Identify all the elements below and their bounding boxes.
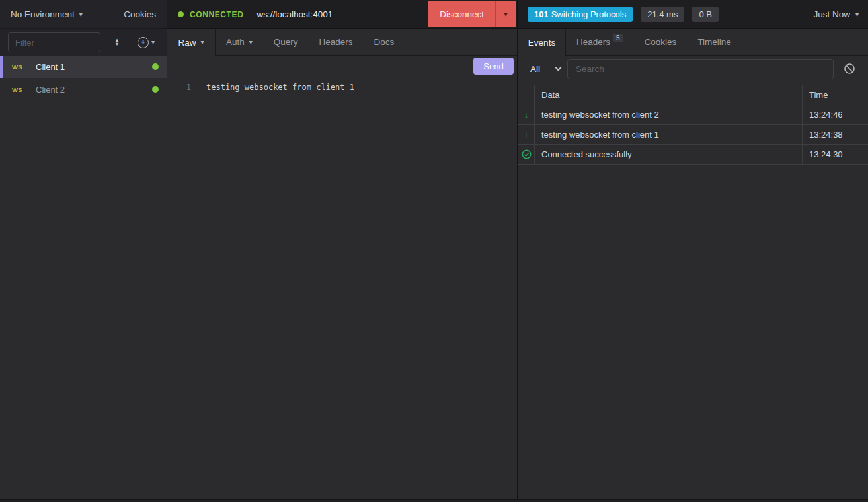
recency-label: Just Now (813, 9, 850, 19)
duration-badge: 21.4 ms (641, 7, 684, 22)
event-time: 13:24:30 (803, 145, 868, 164)
tab-response-headers[interactable]: Headers 5 (566, 29, 634, 55)
tab-events-label: Events (528, 38, 555, 48)
sidebar-filter-row: ▲ ▼ + ▾ (0, 29, 167, 56)
response-tabs-rest: Headers 5 Cookies Timeline (566, 29, 868, 56)
event-data: testing websocket from client 1 (535, 125, 803, 144)
websocket-url[interactable]: ws://localhost:4001 (256, 9, 333, 19)
tab-docs[interactable]: Docs (364, 29, 405, 55)
check-circle-icon (522, 149, 532, 159)
caret-down-icon: ▾ (249, 39, 253, 46)
event-data: testing websocket from client 2 (535, 105, 803, 124)
connected-dot-icon (152, 86, 159, 93)
request-list: WS Client 1 WS Client 2 (0, 56, 167, 499)
tab-query-label: Query (274, 37, 298, 47)
sort-button[interactable]: ▲ ▼ (106, 38, 128, 46)
events-filter-row: All (518, 56, 868, 82)
tab-raw-label: Raw (178, 38, 196, 48)
connected-dot-icon (152, 63, 159, 70)
time-column-header: Time (803, 85, 868, 105)
event-icon-cell: ↓ (518, 105, 535, 124)
send-button[interactable]: Send (473, 58, 514, 75)
tab-events[interactable]: Events (518, 29, 566, 56)
event-time: 13:24:46 (803, 105, 868, 124)
ws-method-tag: WS (12, 63, 29, 71)
sidebar: No Environment ▾ Cookies ▲ ▼ + ▾ WS Clie… (0, 0, 167, 499)
tab-response-cookies-label: Cookies (645, 37, 677, 47)
status-code: 101 (534, 9, 549, 19)
sidebar-item-client-1[interactable]: WS Client 1 (0, 56, 167, 78)
sidebar-item-client-2[interactable]: WS Client 2 (0, 78, 167, 101)
icon-column-header (518, 85, 535, 105)
disconnect-dropdown-button[interactable]: ▾ (495, 1, 516, 27)
tab-timeline-label: Timeline (697, 37, 731, 47)
cookies-button[interactable]: Cookies (124, 9, 156, 19)
response-panel: 101Switching Protocols 21.4 ms 0 B Just … (518, 0, 868, 499)
ban-icon (844, 63, 855, 75)
tab-timeline[interactable]: Timeline (687, 29, 742, 55)
sort-down-icon: ▼ (114, 42, 119, 46)
event-row-sent[interactable]: ↑ testing websocket from client 1 13:24:… (518, 125, 868, 145)
disconnect-button[interactable]: Disconnect (428, 1, 495, 27)
environment-dropdown[interactable]: No Environment ▾ (11, 9, 83, 19)
tab-response-cookies[interactable]: Cookies (634, 29, 688, 55)
request-panel: CONNECTED ws://localhost:4001 Disconnect… (167, 0, 518, 499)
tab-headers-label: Headers (319, 37, 353, 47)
editor-line: 1 testing websocket from client 1 (167, 82, 517, 93)
editor-line-text: testing websocket from client 1 (191, 82, 354, 93)
environment-label: No Environment (11, 9, 75, 19)
response-tab-bar: Events Headers 5 Cookies Timeline (518, 29, 868, 56)
caret-down-icon: ▾ (151, 39, 155, 46)
response-history-dropdown[interactable]: Just Now ▾ (813, 9, 859, 19)
caret-down-icon: ▾ (504, 11, 507, 18)
tab-auth-label: Auth (226, 37, 245, 47)
event-type-select[interactable]: All (528, 64, 561, 74)
tab-raw[interactable]: Raw ▾ (167, 29, 216, 56)
event-data: Connected successfully (535, 145, 803, 164)
arrow-up-icon: ↑ (524, 130, 529, 140)
events-search-input[interactable] (567, 59, 834, 79)
disconnect-label: Disconnect (440, 9, 484, 19)
response-status-bar: 101Switching Protocols 21.4 ms 0 B Just … (518, 0, 868, 29)
tab-docs-label: Docs (374, 37, 395, 47)
chevron-down-icon (555, 64, 562, 71)
data-column-header: Data (535, 85, 803, 105)
line-number: 1 (167, 82, 191, 93)
message-editor[interactable]: 1 testing websocket from client 1 (167, 77, 517, 499)
url-bar: CONNECTED ws://localhost:4001 Disconnect… (167, 0, 517, 29)
disconnect-split-button: Disconnect ▾ (428, 1, 516, 27)
tab-headers[interactable]: Headers (309, 29, 364, 55)
caret-down-icon: ▾ (200, 39, 204, 46)
event-time: 13:24:38 (803, 125, 868, 144)
caret-down-icon: ▾ (79, 11, 83, 18)
event-row-connected[interactable]: Connected successfully 13:24:30 (518, 145, 868, 165)
event-icon-cell: ↑ (518, 125, 535, 144)
tab-query[interactable]: Query (263, 29, 309, 55)
event-icon-cell (518, 145, 535, 164)
tab-auth[interactable]: Auth ▾ (216, 29, 263, 55)
filter-input[interactable] (8, 32, 100, 52)
event-row-received[interactable]: ↓ testing websocket from client 2 13:24:… (518, 105, 868, 125)
window-bottom-strip (0, 499, 868, 502)
sidebar-top: No Environment ▾ Cookies ▲ ▼ + ▾ (0, 0, 167, 56)
events-table: Data Time ↓ testing websocket from clien… (518, 85, 868, 165)
connection-status-dot-icon (178, 11, 184, 17)
ws-method-tag: WS (12, 86, 29, 93)
status-text: Switching Protocols (551, 9, 626, 19)
event-type-value: All (530, 64, 540, 74)
websocket-client-app: { "icons": { "caret_down": "▾", "triangl… (0, 0, 868, 502)
status-code-badge: 101Switching Protocols (528, 7, 633, 22)
tab-response-headers-label: Headers (576, 37, 610, 47)
request-name: Client 1 (29, 62, 152, 72)
size-badge: 0 B (692, 7, 719, 22)
caret-down-icon: ▾ (855, 11, 859, 18)
request-name: Client 2 (29, 85, 152, 95)
events-table-header: Data Time (518, 85, 868, 105)
connection-status: CONNECTED (190, 10, 243, 19)
arrow-down-icon: ↓ (524, 110, 529, 120)
clear-events-button[interactable] (840, 63, 859, 75)
sidebar-header: No Environment ▾ Cookies (0, 0, 167, 29)
request-tabs-rest: Auth ▾ Query Headers Docs (216, 29, 517, 56)
add-request-button[interactable]: + ▾ (138, 37, 155, 48)
cookies-label: Cookies (124, 9, 156, 19)
